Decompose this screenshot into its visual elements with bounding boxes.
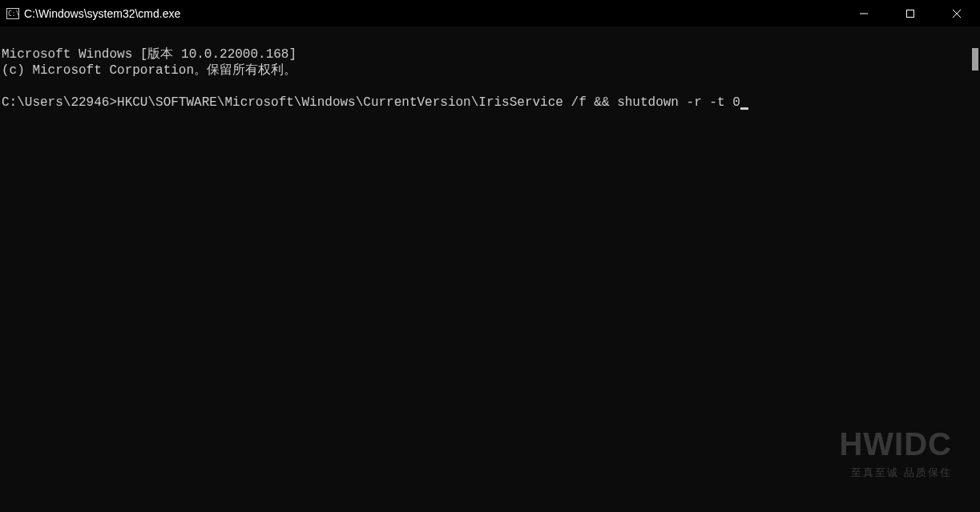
watermark-tagline: 至真至诚 品质保住 <box>839 466 952 480</box>
scrollbar-thumb[interactable] <box>972 48 978 71</box>
maximize-button[interactable] <box>887 0 934 26</box>
terminal-prompt: C:\Users\22946> <box>2 95 117 110</box>
terminal-line-copyright: (c) Microsoft Corporation。保留所有权利。 <box>2 63 296 78</box>
titlebar-left: C:\ C:\Windows\system32\cmd.exe <box>6 7 180 20</box>
titlebar-controls <box>841 0 980 26</box>
terminal-prompt-line: C:\Users\22946>HKCU\SOFTWARE\Microsoft\W… <box>2 95 748 110</box>
titlebar: C:\ C:\Windows\system32\cmd.exe <box>0 0 980 26</box>
terminal-line-version: Microsoft Windows [版本 10.0.22000.168] <box>2 47 296 62</box>
titlebar-title: C:\Windows\system32\cmd.exe <box>24 7 180 20</box>
terminal-command: HKCU\SOFTWARE\Microsoft\Windows\CurrentV… <box>117 95 740 110</box>
terminal-content[interactable]: Microsoft Windows [版本 10.0.22000.168] (c… <box>0 26 980 115</box>
cmd-icon: C:\ <box>6 7 19 20</box>
minimize-button[interactable] <box>841 0 887 26</box>
svg-text:C:\: C:\ <box>8 10 19 18</box>
terminal-cursor <box>740 107 748 110</box>
watermark: HWIDC 至真至诚 品质保住 <box>839 426 952 480</box>
svg-rect-3 <box>907 10 914 17</box>
close-button[interactable] <box>934 0 980 26</box>
watermark-logo: HWIDC <box>839 426 952 462</box>
